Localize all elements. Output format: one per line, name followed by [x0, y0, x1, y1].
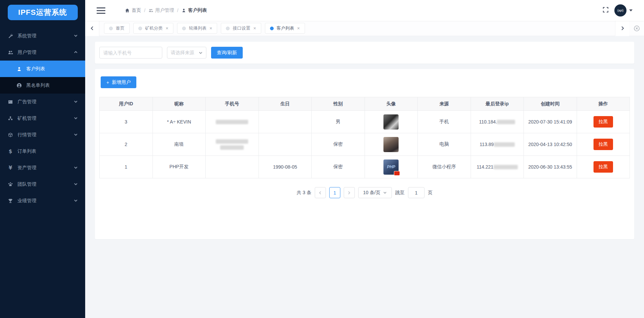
sidebar-item-label: 系统管理 [18, 33, 36, 39]
sidebar-item-system[interactable]: 系统管理 [0, 28, 85, 44]
cell-actions: 拉黑 [577, 133, 630, 156]
redacted-phone [216, 139, 248, 144]
jump-to-label: 跳至 [395, 190, 405, 196]
sidebar-item-label: 行情管理 [18, 132, 36, 138]
user-menu[interactable]: (api) [614, 4, 633, 16]
home-icon [125, 8, 130, 13]
sidebar-item-label: 黑名单列表 [26, 82, 50, 89]
users-icon [148, 8, 153, 13]
tab-close-icon[interactable]: × [253, 26, 256, 31]
breadcrumb: 首页 / 用户管理 / 客户列表 [125, 7, 207, 13]
cell-created-time: 2020-04-13 10:42:50 [524, 133, 577, 156]
user-avatar[interactable]: (api) [614, 4, 626, 16]
cell-last-login-ip: 114.221 [471, 156, 524, 178]
next-page-button[interactable] [344, 187, 355, 198]
chevron-down-icon [74, 99, 78, 105]
page-suffix-label: 页 [428, 190, 433, 196]
sidebar-item-label: 订单列表 [18, 148, 36, 154]
add-user-button[interactable]: + 新增用户 [101, 76, 136, 88]
col-actions: 操作 [577, 97, 630, 111]
chevron-up-icon [74, 50, 78, 55]
page-content: 请选择来源 查询/刷新 + 新增用户 用户ID 昵称 手机号 生日 性别 [85, 36, 644, 318]
cell-gender: 保密 [312, 133, 365, 156]
sidebar-item-label: 用户管理 [18, 49, 36, 56]
cube-icon [7, 132, 13, 138]
sidebar-item-user-management[interactable]: 用户管理 [0, 44, 85, 61]
sidebar-item-blacklist[interactable]: 黑名单列表 [0, 77, 85, 94]
tab-customer-list[interactable]: 客户列表 × [265, 23, 305, 34]
cell-source: 手机 [418, 111, 471, 133]
cell-birthday [259, 111, 312, 133]
flag-badge-icon [394, 171, 400, 175]
user-table-panel: + 新增用户 用户ID 昵称 手机号 生日 性别 头像 来源 最后登录ip 创建… [95, 69, 634, 239]
col-phone: 手机号 [206, 97, 259, 111]
sidebar-item-assets[interactable]: ¥ 资产管理 [0, 160, 85, 176]
breadcrumb-separator: / [177, 8, 178, 13]
wrench-icon [7, 33, 13, 39]
tab-dot-icon [138, 27, 142, 30]
tabs-scroll-left-button[interactable] [85, 21, 99, 36]
user-circle-icon [16, 82, 22, 89]
team-icon [7, 181, 13, 187]
nodes-icon [7, 115, 13, 121]
user-table: 用户ID 昵称 手机号 生日 性别 头像 来源 最后登录ip 创建时间 操作 3 [99, 97, 630, 178]
redacted-ip [494, 142, 515, 147]
tab-dot-icon [182, 27, 186, 30]
cell-nickname: PHP开发 [152, 156, 206, 178]
sidebar: IPFS运营系统 系统管理 用户管理 客户列表 黑名单列表 广告管理 [0, 0, 85, 318]
chevron-down-icon [74, 116, 78, 121]
sidebar-item-team[interactable]: 团队管理 [0, 176, 85, 192]
tab-api-settings[interactable]: 接口设置 × [221, 23, 261, 34]
blacklist-button[interactable]: 拉黑 [594, 161, 613, 173]
cell-user-id: 2 [100, 133, 153, 156]
col-birthday: 生日 [259, 97, 312, 111]
cell-phone [206, 156, 259, 178]
tab-carousel-list[interactable]: 轮播列表 × [177, 23, 217, 34]
phone-search-input[interactable] [99, 47, 162, 59]
sidebar-item-orders[interactable]: $ 订单列表 [0, 143, 85, 160]
sidebar-item-label: 客户列表 [26, 66, 45, 72]
user-icon [181, 8, 186, 13]
cell-birthday: 1990-08-05 [259, 156, 312, 178]
tab-miner-category[interactable]: 矿机分类 × [133, 23, 173, 34]
blacklist-button[interactable]: 拉黑 [594, 139, 613, 150]
tab-close-icon[interactable]: × [166, 26, 168, 31]
breadcrumb-separator: / [144, 8, 145, 13]
redacted-phone [220, 145, 244, 150]
page-size-select[interactable]: 10 条/页 [358, 187, 392, 198]
sidebar-item-miners[interactable]: 矿机管理 [0, 110, 85, 127]
sidebar-item-customer-list[interactable]: 客户列表 [0, 61, 85, 77]
cell-actions: 拉黑 [577, 156, 630, 178]
cell-phone [206, 111, 259, 133]
sidebar-item-performance[interactable]: 业绩管理 [0, 192, 85, 209]
breadcrumb-user-management[interactable]: 用户管理 [148, 7, 174, 13]
blacklist-button[interactable]: 拉黑 [594, 116, 613, 128]
tab-close-icon[interactable]: × [209, 26, 212, 31]
jump-page-input[interactable] [408, 187, 425, 198]
sidebar-item-label: 矿机管理 [18, 115, 36, 121]
search-panel: 请选择来源 查询/刷新 [95, 42, 634, 64]
fullscreen-icon[interactable] [602, 6, 609, 14]
chevron-down-icon [383, 191, 387, 195]
prev-page-button[interactable] [315, 187, 326, 198]
source-select[interactable]: 请选择来源 [167, 47, 206, 59]
tab-home[interactable]: 首页 [104, 23, 130, 34]
sidebar-item-market[interactable]: 行情管理 [0, 127, 85, 143]
sidebar-item-label: 团队管理 [18, 181, 36, 187]
page-number-button[interactable]: 1 [329, 187, 340, 198]
breadcrumb-home[interactable]: 首页 [125, 7, 141, 13]
hamburger-menu-icon[interactable] [97, 7, 105, 14]
close-all-tabs-icon[interactable] [629, 25, 644, 32]
users-icon [7, 49, 13, 56]
table-row: 2 南墙 保密 电脑 [100, 133, 630, 156]
redacted-ip [494, 165, 518, 169]
tab-close-icon[interactable]: × [297, 26, 300, 31]
sidebar-item-ads[interactable]: 广告管理 [0, 94, 85, 110]
cell-avatar [365, 111, 418, 133]
query-refresh-button[interactable]: 查询/刷新 [211, 47, 243, 59]
tabs-scroll-right-button[interactable] [615, 21, 629, 36]
chevron-down-icon [74, 165, 78, 171]
tabs-area: 首页 矿机分类 × 轮播列表 × 接口设置 × 客户列表 × [99, 23, 615, 34]
cell-nickname: * A÷ KEVIN [152, 111, 206, 133]
topbar-actions: (api) [602, 4, 633, 16]
